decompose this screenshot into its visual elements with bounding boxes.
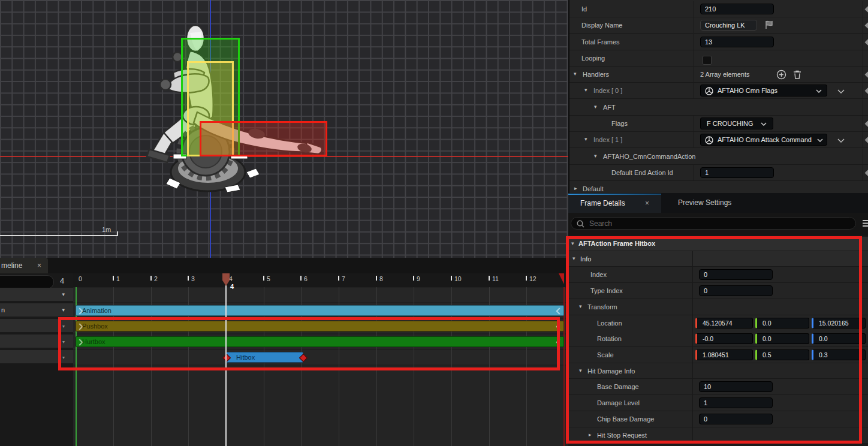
property-label: Hit Damage Info bbox=[587, 367, 635, 375]
scale-z-field[interactable] bbox=[812, 349, 866, 360]
track-bar-hurtbox[interactable]: Hurtbox bbox=[76, 336, 564, 347]
property-row-transform[interactable]: ▾ Transform bbox=[568, 299, 868, 315]
reset-arrow-icon[interactable] bbox=[865, 40, 868, 46]
property-label: AFTAHO_CmnCommandAction bbox=[603, 153, 695, 160]
chevron-down-icon[interactable]: ▾ bbox=[62, 292, 65, 297]
add-element-icon[interactable] bbox=[776, 70, 786, 80]
reset-arrow-icon[interactable] bbox=[865, 72, 868, 78]
display-name-field[interactable] bbox=[700, 20, 757, 31]
column-splitter[interactable] bbox=[694, 1, 694, 17]
hitbox-region[interactable] bbox=[200, 121, 327, 156]
expander-open-icon[interactable]: ▾ bbox=[579, 368, 582, 373]
reset-arrow-icon[interactable] bbox=[865, 121, 868, 127]
lane-row bbox=[73, 288, 568, 302]
tab-frame-details[interactable]: Frame Details × bbox=[568, 194, 661, 213]
search-input[interactable]: Search bbox=[571, 217, 856, 230]
chevron-down-icon[interactable] bbox=[837, 89, 845, 94]
property-label: Index [ 0 ] bbox=[593, 87, 622, 94]
expander-open-icon[interactable]: ▾ bbox=[584, 137, 587, 142]
expander-open-icon[interactable]: ▾ bbox=[594, 104, 597, 110]
expander-open-icon[interactable]: ▾ bbox=[572, 256, 575, 261]
playhead-line[interactable] bbox=[225, 273, 227, 446]
property-row-display-name: Display Name bbox=[569, 17, 868, 34]
property-row-location: Location bbox=[568, 315, 868, 332]
timeline-ruler[interactable]: 0 1 2 3 4 5 6 7 8 9 10 11 12 bbox=[73, 273, 568, 288]
track-bar-animation[interactable]: Animation bbox=[76, 305, 564, 316]
base-damage-field[interactable] bbox=[699, 381, 773, 392]
reset-arrow-icon[interactable] bbox=[865, 170, 868, 176]
tab-timeline-close-icon[interactable]: × bbox=[37, 258, 41, 273]
location-x-field[interactable] bbox=[695, 318, 753, 329]
expander-open-icon[interactable]: ▾ bbox=[594, 153, 597, 159]
rotation-x-field[interactable] bbox=[695, 333, 753, 344]
default-end-action-id-field[interactable] bbox=[700, 167, 774, 178]
reset-arrow-icon[interactable] bbox=[865, 88, 868, 94]
property-row-base-damage: Base Damage bbox=[568, 379, 868, 395]
chevron-down-icon bbox=[816, 89, 822, 93]
scale-y-field[interactable] bbox=[755, 349, 809, 360]
section-header-info[interactable]: ▾ Info bbox=[568, 251, 868, 267]
damage-level-field[interactable] bbox=[699, 397, 773, 408]
ruler-tick-0: 0 bbox=[79, 275, 82, 282]
id-field[interactable] bbox=[700, 4, 774, 14]
tab-timeline-label: meline bbox=[1, 261, 22, 270]
section-header-hitbox[interactable]: ▾ AFTAction Frame Hitbox bbox=[568, 237, 868, 251]
type-index-field[interactable] bbox=[699, 285, 773, 296]
track-header-hitbox[interactable]: ▾ bbox=[0, 350, 73, 364]
chevron-down-icon[interactable]: ▾ bbox=[62, 339, 65, 345]
total-frames-field[interactable] bbox=[700, 37, 774, 47]
chevron-down-icon[interactable]: ▾ bbox=[62, 324, 65, 329]
localization-flag-icon[interactable] bbox=[765, 20, 773, 29]
reset-arrow-icon[interactable] bbox=[865, 23, 868, 29]
property-label: Base Damage bbox=[597, 383, 639, 390]
lane-row bbox=[73, 350, 568, 364]
property-label: Chip Base Damage bbox=[597, 415, 654, 423]
expander-closed-icon[interactable]: ▸ bbox=[589, 432, 592, 438]
tab-close-icon[interactable]: × bbox=[645, 199, 649, 207]
expander-open-icon[interactable]: ▾ bbox=[579, 304, 582, 309]
lane-row bbox=[73, 366, 568, 446]
expander-open-icon[interactable]: ▾ bbox=[584, 88, 587, 93]
track-header-options[interactable]: ▾ bbox=[0, 288, 73, 302]
location-y-field[interactable] bbox=[755, 318, 809, 329]
search-row: Search bbox=[568, 213, 868, 236]
rotation-z-field[interactable] bbox=[812, 333, 866, 344]
property-row-index-0: ▾ Index [ 0 ] AFTAHO Cmn Flags bbox=[569, 83, 868, 99]
flags-dropdown[interactable]: F CROUCHING bbox=[700, 117, 773, 129]
expander-closed-icon[interactable]: ▸ bbox=[574, 186, 577, 191]
preview-viewport[interactable]: 1m bbox=[0, 0, 568, 259]
looping-checkbox[interactable] bbox=[703, 56, 712, 65]
property-label: Default End Action Id bbox=[611, 169, 673, 176]
timeline-filter-pill[interactable] bbox=[0, 275, 54, 289]
chevron-down-icon[interactable] bbox=[837, 138, 845, 143]
property-row-damage-level: Damage Level bbox=[568, 395, 868, 411]
property-row-hit-stop-request[interactable]: ▸ Hit Stop Request bbox=[568, 427, 868, 444]
ruler-tickmark bbox=[150, 276, 152, 281]
chip-base-damage-field[interactable] bbox=[699, 414, 773, 424]
expander-open-icon[interactable]: ▾ bbox=[574, 71, 577, 77]
scale-x-field[interactable] bbox=[695, 349, 753, 360]
property-row-total-frames: Total Frames bbox=[569, 34, 868, 50]
ruler-tickmark bbox=[300, 276, 302, 281]
property-row-hit-damage-info[interactable]: ▾ Hit Damage Info bbox=[568, 363, 868, 379]
track-header-animation[interactable]: n▾ bbox=[0, 303, 73, 318]
track-bar-pushbox[interactable]: Pushbox bbox=[76, 321, 564, 332]
chevron-down-icon[interactable]: ▾ bbox=[62, 355, 65, 360]
index-field[interactable] bbox=[699, 269, 773, 280]
ruler-tick-3: 3 bbox=[191, 275, 195, 282]
track-bar-hitbox[interactable]: Hitbox bbox=[226, 352, 303, 363]
view-options-icon[interactable] bbox=[863, 219, 868, 227]
ruler-tick-5: 5 bbox=[267, 275, 270, 282]
handler-class-dropdown[interactable]: AFTAHO Cmn Flags bbox=[700, 85, 827, 97]
expander-open-icon[interactable]: ▾ bbox=[571, 241, 574, 246]
reset-arrow-icon[interactable] bbox=[865, 7, 868, 13]
chevron-down-icon[interactable]: ▾ bbox=[62, 308, 65, 313]
reset-arrow-icon[interactable] bbox=[865, 137, 868, 143]
delete-elements-icon[interactable] bbox=[792, 70, 802, 80]
handler-class-dropdown[interactable]: AFTAHO Cmn Attack Command bbox=[700, 134, 827, 146]
rotation-y-field[interactable] bbox=[755, 333, 809, 344]
location-z-field[interactable] bbox=[812, 318, 866, 329]
track-header-pushbox[interactable]: ▾ bbox=[0, 319, 73, 333]
track-header-hurtbox[interactable]: ▾ bbox=[0, 334, 73, 349]
tab-preview-settings[interactable]: Preview Settings bbox=[678, 198, 731, 207]
